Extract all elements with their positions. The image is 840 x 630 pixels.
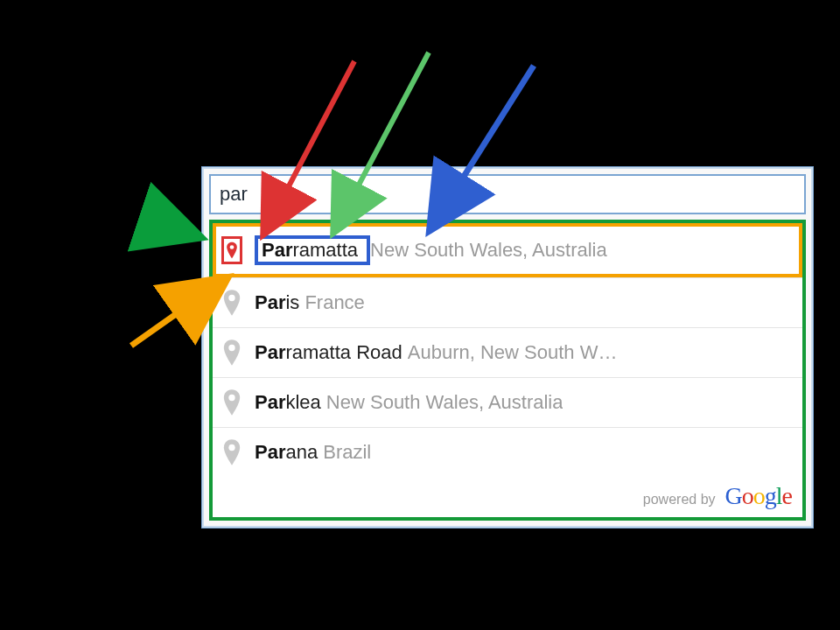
place-pin-icon — [221, 339, 242, 367]
matched-term-highlight: Parramatta — [255, 235, 370, 265]
green-outer-arrow — [140, 217, 203, 238]
svg-point-2 — [228, 345, 234, 351]
result-text: Parramatta Road Auburn, New South W… — [255, 341, 794, 364]
result-row[interactable]: Paris France — [213, 277, 802, 327]
place-pin-icon — [221, 388, 242, 416]
result-text: Parramatta New South Wales, Australia — [255, 235, 794, 265]
search-input[interactable] — [209, 174, 806, 214]
place-pin-icon — [221, 236, 242, 264]
result-row[interactable]: Parana Brazil — [213, 427, 802, 477]
svg-point-4 — [228, 444, 234, 451]
result-text: Parklea New South Wales, Australia — [255, 391, 794, 414]
powered-by-footer: powered by Google — [213, 477, 802, 517]
svg-point-1 — [228, 295, 234, 301]
google-logo: Google — [725, 482, 792, 509]
result-text: Parana Brazil — [255, 441, 794, 464]
place-pin-icon — [221, 438, 242, 466]
svg-point-0 — [230, 245, 234, 249]
place-pin-icon — [221, 289, 242, 317]
result-row[interactable]: Parklea New South Wales, Australia — [213, 377, 802, 427]
results-container: Parramatta New South Wales, Australia Pa… — [209, 220, 806, 521]
result-row[interactable]: Parramatta New South Wales, Australia — [213, 223, 802, 277]
svg-point-3 — [228, 395, 234, 401]
result-row[interactable]: Parramatta Road Auburn, New South W… — [213, 327, 802, 377]
result-text: Paris France — [255, 291, 794, 314]
autocomplete-panel: Parramatta New South Wales, Australia Pa… — [201, 166, 814, 528]
